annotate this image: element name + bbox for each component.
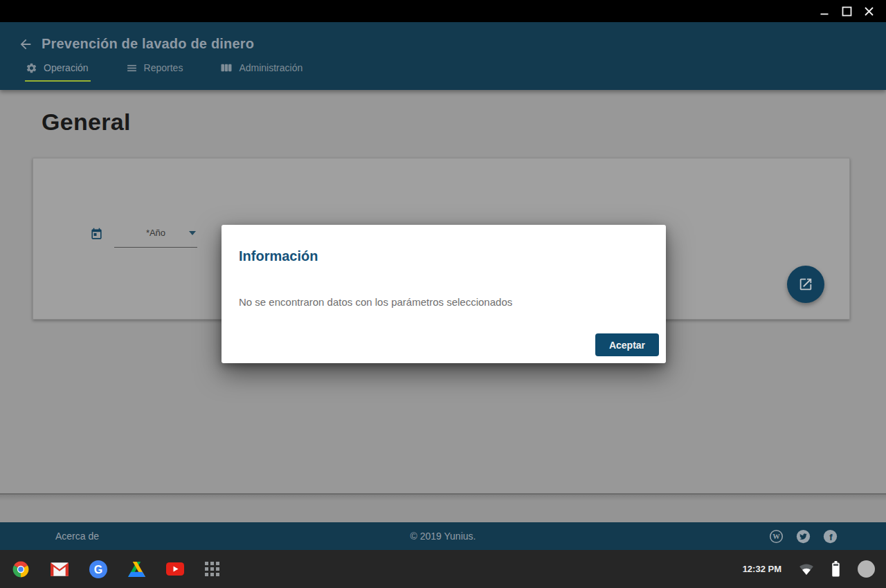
year-select[interactable]: *Año [90, 228, 197, 248]
back-button[interactable] [18, 37, 33, 52]
tab-label: Administración [239, 62, 302, 73]
twitter-link[interactable] [796, 529, 811, 544]
facebook-icon: f [823, 529, 838, 544]
youtube-icon [166, 562, 184, 576]
app-launcher-button[interactable] [205, 562, 219, 576]
shelf-apps: G [0, 560, 219, 578]
gear-icon [26, 62, 37, 74]
twitter-icon [796, 529, 811, 544]
wordpress-icon: W [769, 529, 784, 544]
battery-icon [831, 561, 840, 577]
apps-grid-icon [205, 562, 219, 576]
year-select-label: *Año [146, 228, 165, 238]
tab-administracion[interactable]: Administración [219, 60, 305, 82]
tab-reportes[interactable]: Reportes [125, 60, 186, 82]
calendar-icon [90, 228, 103, 241]
google-icon: G [89, 560, 107, 578]
close-button[interactable] [858, 0, 880, 22]
columns-icon [220, 62, 233, 74]
window-titlebar [0, 0, 886, 22]
chrome-app-button[interactable] [12, 560, 30, 578]
social-links: W f [769, 529, 838, 544]
tab-bar: Operación Reportes Administración [0, 60, 886, 82]
avatar [858, 560, 875, 578]
close-icon [864, 6, 874, 17]
app-footer: Acerca de © 2019 Yunius. W f [0, 522, 886, 550]
accept-button[interactable]: Aceptar [595, 333, 659, 356]
tab-operacion[interactable]: Operación [25, 60, 91, 82]
youtube-app-button[interactable] [166, 562, 184, 576]
tab-label: Reportes [144, 62, 183, 73]
maximize-icon [842, 6, 852, 17]
content-lower-strip [0, 493, 886, 522]
chevron-down-icon [189, 231, 196, 235]
info-dialog: Información No se encontraron datos con … [222, 225, 666, 363]
minimize-icon [820, 6, 829, 16]
dialog-message: No se encontraron datos con los parámetr… [239, 296, 512, 308]
dialog-title: Información [239, 248, 318, 264]
export-fab-button[interactable] [787, 266, 824, 303]
status-tray[interactable]: 12:32 PM [743, 560, 886, 578]
page-title: General [42, 109, 131, 136]
chrome-icon [12, 560, 30, 578]
copyright-text: © 2019 Yunius. [0, 531, 886, 542]
maximize-button[interactable] [835, 0, 858, 22]
screen: Prevención de lavado de dinero Operación… [0, 0, 886, 588]
google-app-button[interactable]: G [89, 560, 107, 578]
shelf: G 12:32 PM [0, 550, 886, 588]
app-header: Prevención de lavado de dinero Operación… [0, 22, 886, 90]
page-header-title: Prevención de lavado de dinero [42, 36, 254, 52]
clock: 12:32 PM [743, 564, 781, 574]
wordpress-link[interactable]: W [769, 529, 784, 544]
year-select-box: *Año [114, 228, 197, 248]
gmail-app-button[interactable] [51, 562, 69, 576]
list-icon [126, 62, 138, 74]
drive-app-button[interactable] [128, 562, 145, 577]
wifi-icon [799, 563, 814, 576]
tab-label: Operación [44, 62, 89, 73]
arrow-left-icon [18, 37, 33, 52]
svg-text:G: G [94, 564, 102, 576]
drive-icon [128, 562, 145, 577]
svg-text:f: f [829, 532, 833, 542]
facebook-link[interactable]: f [823, 529, 838, 544]
open-in-new-icon [798, 277, 813, 292]
gmail-icon [51, 562, 69, 576]
svg-text:W: W [772, 533, 780, 540]
minimize-button[interactable] [813, 0, 835, 22]
